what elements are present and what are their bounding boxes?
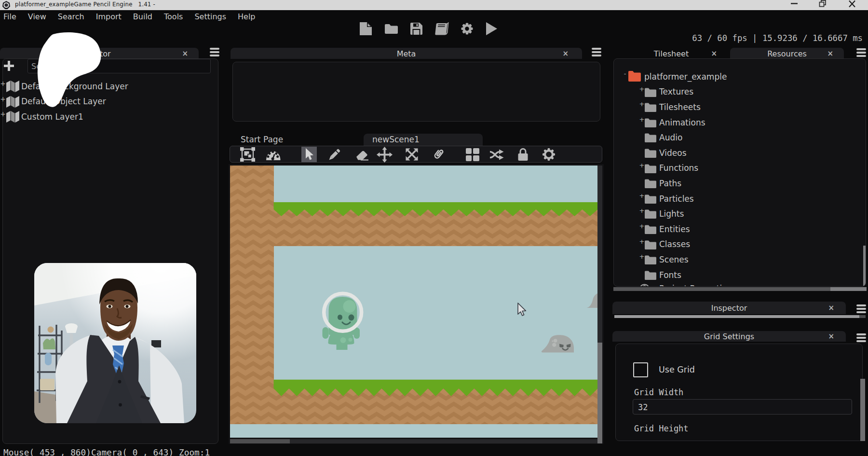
menu-item[interactable]: Tools: [164, 12, 183, 21]
resource-tree: + Textures + Tilesheets + Animation: [614, 84, 866, 283]
scene-vscrollbar[interactable]: [597, 166, 602, 443]
log-book-icon[interactable]: [434, 22, 449, 35]
meta-close-icon[interactable]: ×: [562, 50, 569, 57]
resource-row[interactable]: + Tilesheets: [614, 99, 866, 115]
collapse-icon[interactable]: -: [622, 70, 628, 77]
resource-row[interactable]: + Particles: [614, 191, 866, 207]
resource-row[interactable]: + Scenes: [614, 252, 866, 267]
grid-settings-close-icon[interactable]: ×: [828, 333, 834, 340]
expander-icon[interactable]: +: [639, 207, 645, 214]
resource-row[interactable]: + Animations: [614, 115, 866, 130]
grid-width-value: 32: [638, 402, 648, 412]
resource-label: Audio: [659, 133, 682, 142]
resource-root-row[interactable]: - platformer_example: [614, 69, 866, 84]
layer-row[interactable]: + Custom Layer1: [0, 109, 216, 124]
menu-item[interactable]: Search: [58, 12, 84, 21]
scene-canvas[interactable]: [230, 166, 597, 438]
grid-settings-panel-tab[interactable]: Grid Settings ×: [612, 331, 846, 342]
move-icon[interactable]: [377, 147, 393, 163]
grid-settings-menu-icon[interactable]: [856, 333, 866, 342]
restore-button[interactable]: [818, 0, 827, 8]
play-icon[interactable]: [486, 22, 498, 35]
scale-icon[interactable]: [405, 148, 419, 161]
pencil-icon[interactable]: [327, 148, 341, 161]
shuffle-icon[interactable]: [490, 148, 504, 161]
tilesheet-close-icon[interactable]: ×: [711, 50, 717, 57]
close-button[interactable]: [848, 0, 856, 8]
expander-icon[interactable]: +: [0, 95, 6, 103]
menu-item[interactable]: Help: [238, 12, 255, 21]
scene-hscrollbar-thumb[interactable]: [230, 439, 290, 443]
menu-item[interactable]: View: [28, 12, 46, 21]
resource-row[interactable]: Videos: [614, 145, 866, 161]
inspector-panel-tab[interactable]: Inspector ×: [612, 302, 846, 314]
expander-icon[interactable]: +: [639, 162, 645, 169]
fps-readout: 63 / 60 fps | 15.9236 / 16.6667 ms: [692, 33, 863, 43]
resource-row[interactable]: + Functions: [614, 161, 866, 176]
tilesheet-tab[interactable]: Tilesheet ×: [620, 48, 723, 59]
layer-row[interactable]: + Default Object Layer: [0, 94, 216, 110]
expander-icon[interactable]: +: [639, 192, 645, 199]
layer-row[interactable]: + Default Background Layer: [0, 79, 216, 94]
folder-icon: [645, 164, 656, 173]
expander-icon[interactable]: +: [639, 100, 645, 108]
resource-row[interactable]: Paths: [614, 176, 866, 191]
map-layer-icon: [6, 96, 20, 108]
resource-row[interactable]: Fonts: [614, 267, 866, 283]
inspector-close-icon[interactable]: ×: [828, 304, 834, 312]
layer-tree: + Default Background Layer + Default Obj…: [0, 79, 216, 124]
resource-row[interactable]: + Textures: [614, 84, 866, 100]
resources-close-icon[interactable]: ×: [827, 50, 833, 57]
meta-panel-tab[interactable]: Meta ×: [231, 48, 582, 59]
editor-close-icon[interactable]: ×: [182, 50, 188, 57]
resource-row[interactable]: Audio: [614, 130, 866, 145]
resource-row[interactable]: + Classes: [614, 237, 866, 252]
minimize-button[interactable]: [790, 0, 799, 8]
gear-outline-icon[interactable]: [542, 147, 556, 162]
gauge-icon[interactable]: [266, 149, 281, 161]
open-folder-icon[interactable]: [385, 24, 398, 34]
menu-item[interactable]: Import: [96, 12, 122, 21]
resource-label: Scenes: [659, 255, 689, 264]
resources-menu-icon[interactable]: [856, 48, 866, 57]
expander-icon[interactable]: +: [639, 253, 645, 260]
tiles-grid-icon[interactable]: [466, 148, 479, 161]
menu-item[interactable]: Settings: [194, 12, 226, 21]
grid-width-input[interactable]: 32: [633, 399, 852, 415]
eraser-icon[interactable]: [354, 149, 368, 161]
lock-icon[interactable]: [518, 148, 528, 161]
resource-row[interactable]: + Lights: [614, 206, 866, 221]
resources-hscroll-thumb[interactable]: [830, 287, 867, 291]
expander-icon[interactable]: +: [0, 80, 6, 87]
tab-start-page[interactable]: Start Page: [235, 134, 283, 145]
scene-hscrollbar[interactable]: [230, 439, 597, 443]
expander-icon[interactable]: +: [639, 222, 645, 230]
tab-newscene1[interactable]: newScene1: [364, 134, 483, 146]
expander-icon[interactable]: +: [0, 110, 6, 118]
new-file-icon[interactable]: [360, 22, 372, 35]
inspector-menu-icon[interactable]: [856, 304, 866, 313]
meta-menu-icon[interactable]: [592, 48, 601, 56]
menu-item[interactable]: File: [3, 12, 16, 21]
use-grid-checkbox[interactable]: [633, 362, 648, 377]
grid-vscroll-thumb[interactable]: [860, 379, 865, 441]
expander-icon[interactable]: +: [639, 85, 645, 93]
inspector-hscrollbar[interactable]: [614, 315, 866, 318]
resources-tab[interactable]: Resources ×: [730, 48, 844, 59]
resource-row-project-properties[interactable]: Project Properties: [614, 281, 866, 287]
resource-row[interactable]: + Entities: [614, 221, 866, 237]
save-icon[interactable]: [410, 23, 422, 35]
resources-vscroll-thumb[interactable]: [863, 246, 866, 287]
expander-icon[interactable]: +: [639, 116, 645, 123]
paperclip-icon[interactable]: [432, 147, 445, 162]
add-layer-button[interactable]: [4, 61, 14, 71]
selection-box-icon[interactable]: [240, 147, 255, 162]
menu-item[interactable]: Build: [133, 12, 152, 21]
scene-vscrollbar-thumb[interactable]: [597, 343, 602, 443]
resources-hscrollbar[interactable]: [613, 287, 867, 291]
gear-icon[interactable]: [461, 22, 474, 35]
cursor-tool-icon[interactable]: [301, 147, 317, 162]
expander-icon[interactable]: +: [639, 238, 645, 245]
inspector-hscroll-track: [859, 315, 866, 318]
editor-menu-icon[interactable]: [210, 48, 219, 56]
